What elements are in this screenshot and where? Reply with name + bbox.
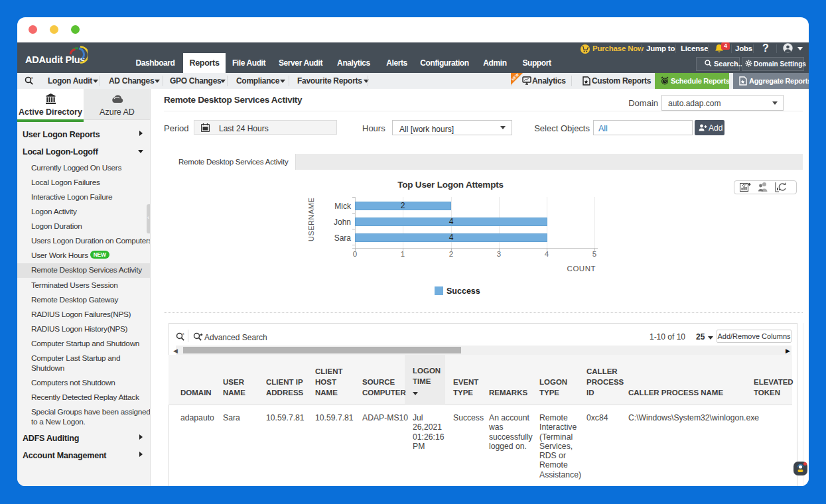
svg-text:x: x (182, 332, 184, 336)
svg-text:x: x (31, 76, 33, 80)
